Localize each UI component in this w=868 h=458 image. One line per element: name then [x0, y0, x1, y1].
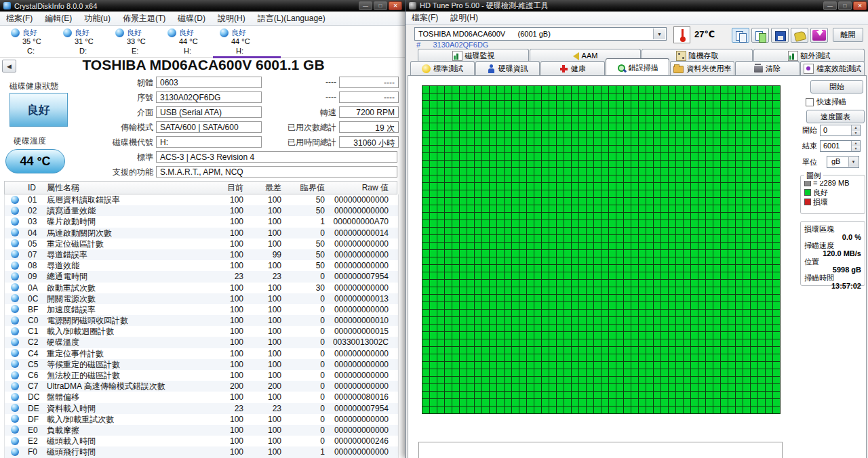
menu-item[interactable]: 語言(L)(Language) [252, 12, 332, 25]
menu-item[interactable]: 說明(H) [212, 12, 252, 25]
drive-tab-C-0[interactable]: 良好35 °CC: [11, 28, 62, 56]
menu-item[interactable]: 磁碟(D) [172, 12, 212, 25]
tab-label: 標準測試 [433, 64, 463, 74]
tab-錯誤掃描[interactable]: 錯誤掃描 [606, 58, 670, 75]
close-button[interactable]: ✕ [389, 1, 402, 10]
options-icon[interactable] [791, 28, 808, 43]
smart-row-DF[interactable]: DF載入/卸載重試次數1001000000000000000 [5, 414, 398, 425]
start-scan-button[interactable]: 開始 [810, 80, 863, 93]
menu-item[interactable]: 說明(H) [444, 12, 484, 24]
smart-row-0C[interactable]: 0C開關電源次數1001000000000000013 [5, 293, 398, 304]
spinner-arrows-icon[interactable]: ▲▼ [851, 141, 860, 151]
tab-標準測試[interactable]: 標準測試 [410, 61, 475, 75]
attr-id: 05 [28, 238, 47, 249]
copy-image-icon[interactable] [751, 28, 769, 43]
minimize-button[interactable]: — [823, 1, 837, 10]
attr-worst: 100 [246, 194, 281, 205]
smart-row-C0[interactable]: C0電源關閉磁頭收回計數1001000000000000010 [5, 315, 398, 326]
temperature-badge[interactable]: 44 °C [5, 149, 65, 173]
smart-row-E0[interactable]: E0負載摩擦1001000000000000000 [5, 425, 398, 436]
smart-row-07[interactable]: 07尋道錯誤率1009950000000000000 [5, 249, 398, 260]
tab-label: 磁碟監視 [465, 51, 495, 61]
field-label: 標準 [68, 152, 153, 163]
attr-threshold: 0 [284, 370, 325, 381]
smart-row-09[interactable]: 09總通電時間23230000000007954 [5, 271, 398, 282]
smart-row-01[interactable]: 01底層資料讀取錯誤率10010050000000000000 [5, 194, 398, 205]
attr-threshold: 0 [284, 271, 325, 282]
right-window-buttons: —□✕ [823, 1, 867, 10]
smart-row-04[interactable]: 04馬達啟動關閉次數1001000000000000014 [5, 228, 398, 238]
attr-current: 23 [208, 403, 243, 414]
tab-資料夾使用率[interactable]: 資料夾使用率 [670, 61, 734, 75]
back-button[interactable]: ◀ [2, 60, 16, 72]
health-status-badge[interactable]: 良好 [9, 93, 68, 127]
scan-result-box [418, 442, 783, 458]
attr-id: DF [28, 414, 47, 425]
unit-dropdown[interactable]: gB ▼ [827, 156, 859, 168]
smart-row-02[interactable]: 02讀寫通量效能10010050000000000000 [5, 205, 398, 216]
tab-額外測試[interactable]: 額外測試 [753, 49, 865, 62]
scan-end-input[interactable]: 6001 ▲▼ [820, 140, 861, 152]
attr-raw: 000000000246 [328, 436, 389, 446]
smart-row-08[interactable]: 08尋道效能10010050000000000000 [5, 260, 398, 271]
save-icon[interactable] [771, 28, 789, 43]
smart-row-DC[interactable]: DC盤體偏移1001000000000080016 [5, 392, 398, 402]
attr-threshold: 0 [284, 228, 325, 238]
tab-健康[interactable]: 健康 [540, 61, 605, 75]
smart-row-BF[interactable]: BF加速度錯誤率1001000000000000000 [5, 304, 398, 315]
smart-row-0A[interactable]: 0A啟動重試次數10010030000000000000 [5, 283, 398, 293]
smart-row-05[interactable]: 05重定位磁區計數10010050000000000000 [5, 238, 398, 249]
attr-raw: 000000000000 [328, 194, 389, 205]
download-icon[interactable] [810, 28, 828, 43]
smart-row-E2[interactable]: E2磁頭載入時間1001000000000000246 [5, 436, 398, 446]
legend-item: 良好 [804, 188, 861, 197]
drive-select-combobox[interactable]: TOSHIBA MD06ACA600V (6001 gB) ▼ [414, 27, 667, 41]
col-header-worst: 最差 [246, 182, 281, 194]
menu-item[interactable]: 檔案(F) [0, 12, 39, 25]
smart-row-C4[interactable]: C4重定位事件計數1001000000000000000 [5, 348, 398, 359]
menu-item[interactable]: 檔案(F) [406, 12, 444, 24]
field-value: USB (Serial ATA) [156, 106, 262, 118]
tab-清除[interactable]: 清除 [735, 61, 800, 75]
exit-button[interactable]: 離開 [833, 28, 863, 42]
smart-row-C2[interactable]: C2硬碟溫度100100000330013002C [5, 337, 398, 348]
menu-item[interactable]: 佈景主題(T) [117, 12, 172, 25]
close-button[interactable]: ✕ [853, 1, 867, 10]
attr-raw: 000000000000 [328, 446, 389, 457]
attr-worst: 99 [246, 249, 281, 260]
tab-硬碟資訊[interactable]: 硬碟資訊 [475, 61, 540, 75]
smart-row-C1[interactable]: C1載入/卸載迴圈計數1001000000000000015 [5, 326, 398, 337]
smart-row-C6[interactable]: C6無法校正的磁區計數1001000000000000000 [5, 370, 398, 381]
attr-id: E0 [28, 425, 47, 436]
tab-label: AAM [582, 51, 598, 60]
drive-tab-D-1[interactable]: 良好31 °CD: [63, 28, 115, 56]
chevron-down-icon[interactable]: ▼ [848, 157, 858, 167]
drive-tab-E-2[interactable]: 良好33 °CE: [115, 28, 167, 56]
attr-threshold: 0 [284, 436, 325, 446]
quick-scan-checkbox[interactable] [806, 98, 814, 106]
tab-磁碟監視[interactable]: 磁碟監視 [418, 49, 529, 62]
drive-tab-H-3[interactable]: 良好44 °CH: [167, 28, 219, 56]
smart-row-F0[interactable]: F0磁頭飛行時間1001001000000000000 [5, 446, 398, 457]
attr-raw: 000000000000 [328, 381, 389, 392]
smart-row-C5[interactable]: C5等候重定的磁區計數1001000000000000000 [5, 359, 398, 370]
drive-tab-H-4[interactable]: 良好44 °CH: [220, 28, 271, 56]
attr-threshold: 50 [284, 205, 325, 216]
speed-map-button[interactable]: 速度圖表 [806, 110, 865, 123]
scan-end-label: 結束 [802, 141, 817, 151]
spinner-arrows-icon[interactable]: ▲▼ [851, 125, 860, 136]
copy-report-icon[interactable] [732, 28, 749, 43]
smart-row-C7[interactable]: C7UltraDMA 高速傳輸模式錯誤次數2002000000000000000 [5, 381, 398, 392]
attr-worst: 23 [246, 403, 281, 414]
smart-row-03[interactable]: 03碟片啟動時間1001001000000000A70 [5, 216, 398, 227]
smart-row-DE[interactable]: DE資料載入時間23230000000007954 [5, 403, 398, 414]
maximize-button[interactable]: □ [374, 1, 387, 10]
menu-item[interactable]: 功能(u) [78, 12, 117, 25]
menu-item[interactable]: 編輯(E) [39, 12, 78, 25]
scan-start-input[interactable]: 0 ▲▼ [820, 125, 861, 136]
maximize-button[interactable]: □ [838, 1, 852, 10]
tab-檔案效能測試[interactable]: 檔案效能測試 [800, 61, 865, 75]
minimize-button[interactable]: — [359, 1, 372, 10]
chevron-down-icon[interactable]: ▼ [653, 28, 665, 39]
attr-current: 100 [208, 194, 243, 205]
